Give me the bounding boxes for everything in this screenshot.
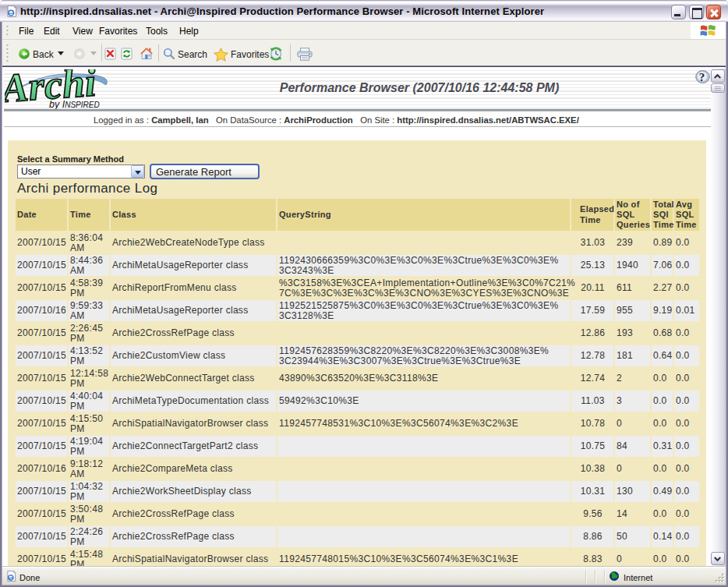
svg-text:?: ? [699,71,705,83]
svg-text:by INSPIRED: by INSPIRED [49,99,100,109]
